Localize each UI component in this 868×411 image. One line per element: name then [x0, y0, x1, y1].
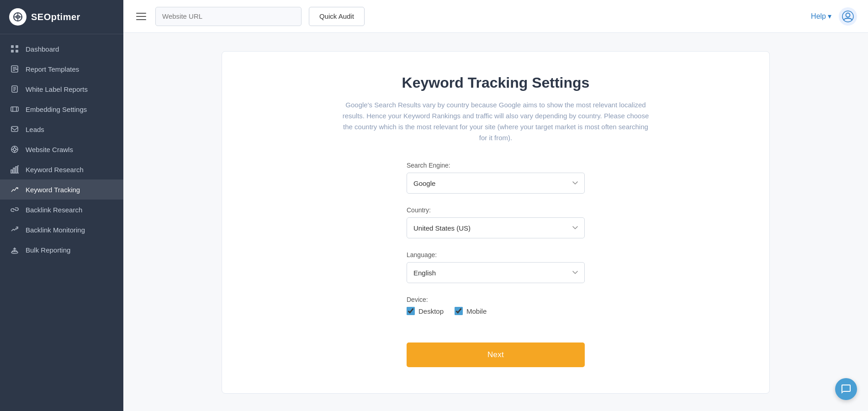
- svg-rect-23: [11, 170, 12, 173]
- sidebar-label-keyword-tracking: Keyword Tracking: [26, 186, 80, 194]
- chat-widget[interactable]: [835, 378, 857, 400]
- device-group: Device: Desktop Mobile: [407, 296, 585, 315]
- sidebar-label-backlink-research: Backlink Research: [26, 206, 82, 214]
- country-group: Country: United States (US) United Kingd…: [407, 206, 585, 238]
- sidebar-item-white-label-reports[interactable]: White Label Reports: [0, 79, 123, 99]
- sidebar-label-dashboard: Dashboard: [26, 45, 59, 53]
- svg-rect-4: [16, 50, 18, 53]
- svg-rect-3: [11, 50, 14, 53]
- desktop-checkbox[interactable]: [407, 307, 415, 315]
- country-label: Country:: [407, 206, 585, 214]
- sidebar-item-website-crawls[interactable]: Website Crawls: [0, 139, 123, 159]
- help-button[interactable]: Help ▾: [811, 12, 831, 21]
- svg-rect-16: [11, 126, 18, 132]
- brand-name: SEOptimer: [31, 12, 80, 22]
- leads-icon: [10, 125, 19, 134]
- sidebar-item-bulk-reporting[interactable]: Bulk Reporting: [0, 240, 123, 260]
- website-crawls-icon: [10, 145, 19, 154]
- sidebar-label-backlink-monitoring: Backlink Monitoring: [26, 226, 85, 234]
- sidebar: SEOptimer Dashboard Report Templates Whi…: [0, 0, 123, 411]
- desktop-checkbox-item[interactable]: Desktop: [407, 307, 444, 315]
- svg-rect-1: [11, 45, 14, 48]
- report-templates-icon: [10, 64, 19, 74]
- sidebar-label-embedding: Embedding Settings: [26, 105, 87, 113]
- mobile-label: Mobile: [466, 307, 487, 315]
- sidebar-item-dashboard[interactable]: Dashboard: [0, 39, 123, 59]
- language-label: Language:: [407, 251, 585, 258]
- svg-rect-25: [16, 167, 17, 173]
- search-engine-group: Search Engine: Google Bing Yahoo: [407, 162, 585, 194]
- sidebar-label-white-label: White Label Reports: [26, 85, 88, 93]
- dashboard-icon: [10, 44, 19, 53]
- sidebar-item-report-templates[interactable]: Report Templates: [0, 59, 123, 79]
- sidebar-item-keyword-research[interactable]: Keyword Research: [0, 159, 123, 179]
- sidebar-nav: Dashboard Report Templates White Label R…: [0, 34, 123, 411]
- page-title: Keyword Tracking Settings: [249, 74, 742, 91]
- svg-point-28: [11, 252, 18, 253]
- embedding-settings-icon: [10, 105, 19, 114]
- sidebar-item-backlink-research[interactable]: Backlink Research: [0, 200, 123, 220]
- menu-button[interactable]: [134, 11, 148, 22]
- next-button[interactable]: Next: [407, 342, 585, 367]
- sidebar-item-backlink-monitoring[interactable]: Backlink Monitoring: [0, 220, 123, 240]
- menu-line-2: [136, 16, 146, 17]
- svg-rect-2: [16, 45, 18, 48]
- menu-line-1: [136, 13, 146, 14]
- sidebar-item-embedding-settings[interactable]: Embedding Settings: [0, 99, 123, 119]
- sidebar-logo: SEOptimer: [0, 0, 123, 34]
- settings-card: Keyword Tracking Settings Google's Searc…: [222, 51, 770, 394]
- sidebar-label-report-templates: Report Templates: [26, 65, 79, 73]
- quick-audit-button[interactable]: Quick Audit: [309, 7, 365, 26]
- backlink-monitoring-icon: [10, 225, 19, 234]
- svg-rect-24: [13, 168, 15, 173]
- settings-form: Search Engine: Google Bing Yahoo Country…: [407, 162, 585, 367]
- svg-point-18: [13, 148, 16, 151]
- country-select[interactable]: United States (US) United Kingdom (GB) C…: [407, 217, 585, 238]
- sidebar-item-keyword-tracking[interactable]: Keyword Tracking: [0, 179, 123, 200]
- white-label-reports-icon: [10, 84, 19, 94]
- backlink-research-icon: [10, 205, 19, 214]
- device-checkboxes: Desktop Mobile: [407, 307, 585, 315]
- sidebar-item-leads[interactable]: Leads: [0, 119, 123, 139]
- svg-point-29: [846, 13, 850, 17]
- sidebar-label-website-crawls: Website Crawls: [26, 146, 73, 153]
- svg-rect-13: [11, 107, 18, 111]
- sidebar-label-leads: Leads: [26, 126, 44, 133]
- menu-line-3: [136, 19, 146, 20]
- mobile-checkbox-item[interactable]: Mobile: [455, 307, 487, 315]
- bulk-reporting-icon: [10, 245, 19, 254]
- header: Quick Audit Help ▾: [123, 0, 868, 33]
- search-engine-label: Search Engine:: [407, 162, 585, 169]
- main-area: Quick Audit Help ▾ Keyword Tracking Sett…: [123, 0, 868, 411]
- user-avatar[interactable]: [839, 7, 857, 26]
- device-label: Device:: [407, 296, 585, 303]
- language-select[interactable]: English Spanish French German Portuguese: [407, 262, 585, 283]
- url-input[interactable]: [155, 7, 302, 26]
- logo-icon: [9, 8, 26, 26]
- help-chevron-icon: ▾: [828, 12, 831, 21]
- search-engine-select[interactable]: Google Bing Yahoo: [407, 173, 585, 194]
- svg-rect-26: [18, 166, 19, 173]
- keyword-tracking-icon: [10, 185, 19, 194]
- sidebar-label-keyword-research: Keyword Research: [26, 166, 84, 174]
- content-area: Keyword Tracking Settings Google's Searc…: [123, 33, 868, 411]
- mobile-checkbox[interactable]: [455, 307, 463, 315]
- help-label: Help: [811, 12, 826, 21]
- sidebar-label-bulk-reporting: Bulk Reporting: [26, 246, 70, 254]
- keyword-research-icon: [10, 165, 19, 174]
- desktop-label: Desktop: [418, 307, 444, 315]
- page-description: Google's Search Results vary by country …: [340, 100, 651, 143]
- language-group: Language: English Spanish French German …: [407, 251, 585, 283]
